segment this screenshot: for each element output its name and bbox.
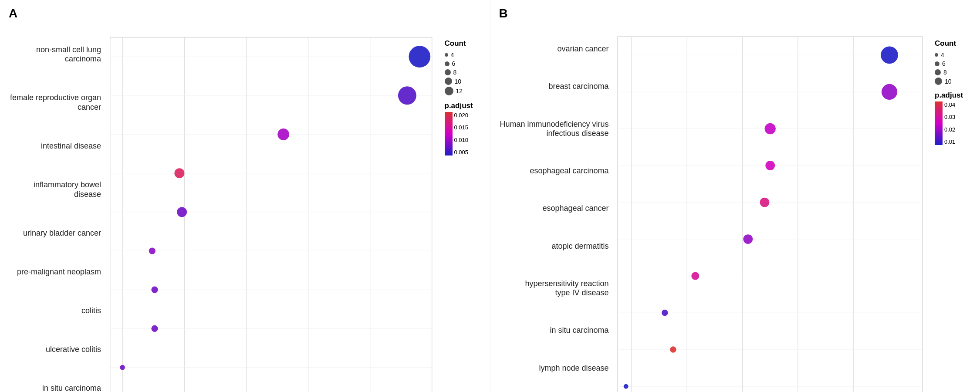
dot [760,198,769,207]
legend-b: Count46810p.adjust0.040.030.020.01 [928,26,976,392]
dot [277,128,289,140]
plot-b: 0.040.060.080.100.12 [612,26,928,392]
legend-a: Count4681012p.adjust0.0200.0150.0100.005 [438,26,486,392]
panel-a: A non-small cell lung carcinomafemale re… [0,0,490,392]
count-legend-item: 8 [445,69,486,76]
color-legend: p.adjust0.040.030.020.01 [935,91,976,145]
dot [881,46,898,64]
color-legend-title: p.adjust [445,101,486,110]
color-legend-tick: 0.02 [944,126,955,133]
dot [149,247,155,254]
dot [151,287,158,293]
y-axis-label: colitis [81,306,101,316]
count-legend-item: 6 [445,60,486,67]
dot [409,46,430,68]
dot [177,207,187,217]
y-axis-a: non-small cell lung carcinomafemale repr… [9,26,105,392]
y-axis-label: pre-malignant neoplasm [17,267,101,277]
color-legend-title: p.adjust [935,91,976,100]
y-axis-label: breast carcinoma [548,82,608,91]
y-axis-label: inflammatory bowel disease [9,180,101,199]
dot [151,325,158,332]
count-legend-item: 8 [935,69,976,76]
dot [691,272,699,280]
dot [120,365,125,370]
count-legend-item: 4 [445,51,486,58]
svg-rect-0 [110,37,432,392]
y-axis-label: lymph node disease [539,364,608,373]
y-axis-label: atopic dermatitis [551,242,608,251]
count-legend-item: 6 [935,60,976,67]
dot [765,161,775,170]
dot [174,168,184,178]
y-axis-b: ovarian cancerbreast carcinomaHuman immu… [499,26,612,392]
color-legend-tick: 0.010 [454,137,469,143]
svg-rect-22 [618,37,923,392]
color-legend-tick: 0.01 [944,139,955,145]
plot-a: 0.0500.0750.1000.1250.150 [105,26,438,392]
y-axis-label: urinary bladder cancer [23,229,101,238]
svg-rect-21 [445,112,453,155]
panel-a-label: A [9,7,17,20]
y-axis-label: ovarian cancer [557,44,608,54]
color-legend-tick: 0.015 [454,124,469,131]
count-legend-title: Count [445,39,486,48]
count-legend-item: 10 [935,78,976,85]
panel-b: B ovarian cancerbreast carcinomaHuman im… [490,0,980,392]
dot [764,123,775,134]
count-legend-item: 10 [445,78,486,85]
y-axis-label: female reproductive organcancer [10,93,101,112]
y-axis-label: intestinal disease [41,142,101,151]
y-axis-label: hypersensitivity reactiontype IV disease [525,279,608,298]
y-axis-label: in situ carcinoma [550,326,608,335]
color-legend-tick: 0.005 [454,149,469,155]
dot [743,234,753,244]
y-axis-label: non-small cell lung carcinoma [9,45,101,64]
panel-b-label: B [499,7,508,20]
dot [662,310,668,316]
y-axis-label: ulcerative colitis [46,345,101,355]
y-axis-label: Human immunodeficiency virusinfectious d… [500,120,608,139]
dot [881,84,897,100]
dot [670,346,676,352]
y-axis-label: esophageal carcinoma [530,166,608,176]
y-axis-label: in situ carcinoma [42,384,101,392]
count-legend-item: 4 [935,51,976,58]
color-legend-tick: 0.020 [454,112,469,118]
count-legend-title: Count [935,39,976,48]
dot [623,384,628,389]
color-legend-tick: 0.04 [944,101,955,108]
count-legend-item: 12 [445,87,486,95]
color-legend-tick: 0.03 [944,114,955,120]
y-axis-label: esophageal cancer [542,204,608,213]
svg-rect-43 [935,101,943,145]
color-legend: p.adjust0.0200.0150.0100.005 [445,101,486,155]
dot [398,86,416,105]
